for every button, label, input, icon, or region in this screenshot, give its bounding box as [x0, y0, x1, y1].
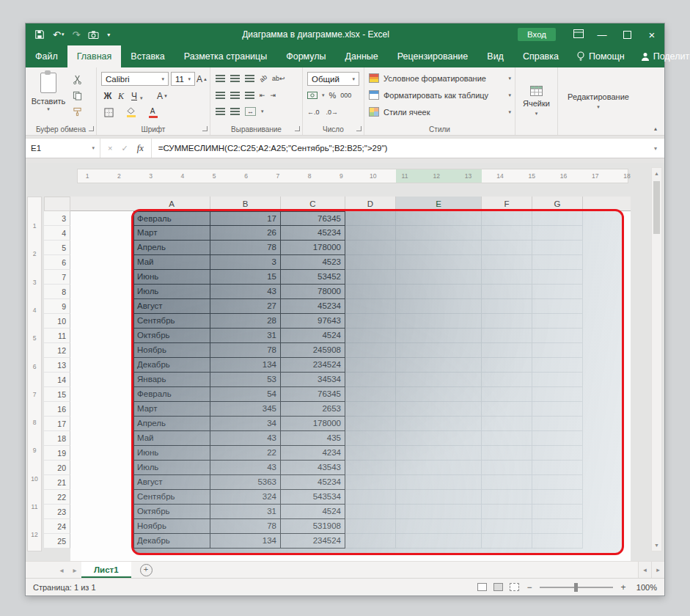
- row-header-7[interactable]: 7: [44, 270, 70, 285]
- row-header-25[interactable]: 25: [44, 534, 70, 549]
- row-header-10[interactable]: 10: [44, 314, 70, 329]
- enter-icon[interactable]: ✓: [121, 144, 128, 153]
- row-header-9[interactable]: 9: [44, 299, 70, 314]
- styles-button-1[interactable]: Форматировать как таблицу▾: [369, 88, 511, 102]
- scroll-left-icon[interactable]: ◂: [638, 562, 651, 578]
- cells-button[interactable]: Ячейки ▾: [515, 67, 557, 135]
- scroll-down-icon[interactable]: ▼: [652, 540, 661, 551]
- dialog-launcher-icon[interactable]: [89, 126, 94, 131]
- distribute-icon[interactable]: [230, 108, 240, 115]
- scroll-up-icon[interactable]: ▲: [652, 168, 661, 179]
- styles-button-2[interactable]: Стили ячеек▾: [369, 105, 511, 119]
- ribbon-tab-8[interactable]: Справка: [513, 45, 568, 67]
- dialog-launcher-icon[interactable]: [356, 126, 361, 131]
- justify-icon[interactable]: [216, 108, 225, 115]
- ribbon-tab-6[interactable]: Рецензирование: [388, 45, 478, 67]
- grow-font-button[interactable]: А▲: [197, 73, 208, 86]
- chevron-down-icon[interactable]: ▾: [140, 92, 143, 105]
- zoom-slider[interactable]: [540, 587, 613, 588]
- row-header-17[interactable]: 17: [44, 417, 70, 431]
- select-all-corner[interactable]: [44, 197, 70, 211]
- align-center-icon[interactable]: [230, 92, 240, 99]
- number-format-combo[interactable]: Общий▾: [307, 72, 359, 86]
- align-right-icon[interactable]: [245, 92, 254, 99]
- sign-in-button[interactable]: Вход: [518, 28, 556, 41]
- align-left-icon[interactable]: [216, 92, 225, 99]
- row-header-11[interactable]: 11: [44, 329, 70, 343]
- decrease-decimal-icon[interactable]: .0→: [326, 109, 339, 116]
- undo-icon[interactable]: ↶▾: [53, 23, 64, 45]
- row-header-24[interactable]: 24: [44, 519, 70, 534]
- align-middle-icon[interactable]: [230, 75, 240, 82]
- customize-qat-icon[interactable]: ▾: [107, 23, 110, 45]
- redo-icon[interactable]: ↷: [72, 23, 80, 45]
- cut-button[interactable]: [70, 73, 84, 86]
- row-header-16[interactable]: 16: [44, 402, 70, 417]
- new-sheet-button[interactable]: +: [140, 564, 153, 576]
- zoom-level[interactable]: 100%: [634, 583, 657, 592]
- italic-button[interactable]: К: [116, 89, 126, 103]
- increase-decimal-icon[interactable]: ←.0: [307, 109, 320, 116]
- styles-button-0[interactable]: Условное форматирование▾: [369, 71, 511, 85]
- editing-button[interactable]: Редактирование ▾: [558, 67, 639, 135]
- zoom-slider-thumb[interactable]: [574, 583, 578, 592]
- format-painter-button[interactable]: [70, 105, 84, 118]
- accounting-format-icon[interactable]: [307, 92, 318, 99]
- ribbon-tab-2[interactable]: Вставка: [121, 45, 174, 67]
- wrap-text-icon[interactable]: ab↩: [272, 75, 285, 82]
- ribbon-tab-5[interactable]: Данные: [336, 45, 388, 67]
- borders-button[interactable]: [103, 106, 114, 119]
- row-header-3[interactable]: 3: [44, 211, 70, 226]
- normal-view-icon[interactable]: [477, 583, 487, 591]
- ribbon-tab-1[interactable]: Главная: [67, 45, 122, 67]
- ribbon-tab-7[interactable]: Вид: [477, 45, 513, 67]
- row-header-20[interactable]: 20: [44, 461, 70, 475]
- share-button[interactable]: Поделиться: [633, 51, 690, 62]
- vertical-scrollbar[interactable]: ▲ ▼: [651, 167, 662, 551]
- previous-sheet-icon[interactable]: ◂: [55, 562, 68, 578]
- cancel-icon[interactable]: ×: [108, 144, 112, 153]
- shrink-font-button[interactable]: А▼: [157, 89, 168, 103]
- row-header-15[interactable]: 15: [44, 387, 70, 402]
- orientation-icon[interactable]: ab: [258, 73, 268, 84]
- row-header-8[interactable]: 8: [44, 285, 70, 299]
- percent-style-icon[interactable]: %: [329, 91, 337, 100]
- font-color-button[interactable]: А: [147, 106, 158, 119]
- next-sheet-icon[interactable]: ▸: [68, 562, 81, 578]
- close-button[interactable]: ×: [639, 23, 664, 45]
- fill-color-button[interactable]: [125, 106, 136, 119]
- row-header-23[interactable]: 23: [44, 505, 70, 519]
- scrollbar-thumb[interactable]: [653, 181, 660, 234]
- copy-button[interactable]: [70, 89, 84, 102]
- ribbon-tab-3[interactable]: Разметка страницы: [175, 45, 276, 67]
- camera-icon[interactable]: [88, 23, 99, 45]
- row-header-22[interactable]: 22: [44, 490, 70, 505]
- ribbon-display-options-icon[interactable]: [568, 29, 590, 40]
- dialog-launcher-icon[interactable]: [202, 126, 208, 131]
- decrease-indent-icon[interactable]: ⇤: [260, 92, 265, 99]
- font-name-combo[interactable]: Calibri▾: [101, 72, 169, 86]
- merge-center-icon[interactable]: ↔: [245, 107, 256, 116]
- increase-indent-icon[interactable]: ⇥: [271, 92, 276, 99]
- page-break-view-icon[interactable]: [510, 583, 519, 591]
- ribbon-tab-0[interactable]: Файл: [26, 45, 67, 67]
- zoom-in-icon[interactable]: +: [620, 582, 627, 593]
- paste-button[interactable]: Вставить ▾: [32, 70, 65, 123]
- underline-button[interactable]: Ч: [129, 89, 139, 103]
- row-header-6[interactable]: 6: [44, 255, 70, 270]
- align-bottom-icon[interactable]: [245, 75, 254, 82]
- row-header-13[interactable]: 13: [44, 358, 70, 373]
- row-header-14[interactable]: 14: [44, 373, 70, 387]
- row-header-4[interactable]: 4: [44, 226, 70, 241]
- expand-formula-bar-icon[interactable]: ▾: [647, 145, 664, 152]
- row-header-19[interactable]: 19: [44, 446, 70, 461]
- collapse-ribbon-icon[interactable]: ▴: [654, 125, 657, 132]
- row-header-21[interactable]: 21: [44, 475, 70, 490]
- align-top-icon[interactable]: [216, 75, 225, 82]
- save-icon[interactable]: [34, 23, 45, 45]
- sheet-tab[interactable]: Лист1: [81, 562, 131, 578]
- name-box[interactable]: E1 ▾: [26, 139, 100, 158]
- help-assistant-button[interactable]: Помощн: [568, 51, 633, 62]
- row-header-5[interactable]: 5: [44, 241, 70, 255]
- ribbon-tab-4[interactable]: Формулы: [276, 45, 335, 67]
